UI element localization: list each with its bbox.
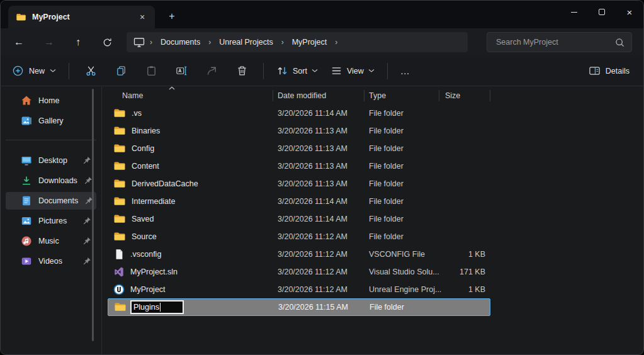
column-header-name[interactable]: Name: [108, 87, 273, 104]
new-button-label: New: [29, 67, 45, 76]
unreal-engine-icon: [113, 284, 125, 295]
file-row[interactable]: DerivedDataCache3/20/2026 11:13 AMFile f…: [108, 175, 490, 193]
view-lines-icon: [330, 65, 342, 77]
sidebar-item-gallery[interactable]: Gallery: [6, 112, 96, 130]
file-row[interactable]: Config3/20/2026 11:13 AMFile folder: [108, 140, 490, 157]
column-headers: Name Date modified Type Size: [108, 87, 490, 104]
file-row[interactable]: MyProject.sln3/20/2026 11:12 AMVisual St…: [108, 263, 490, 281]
rename-button[interactable]: [169, 60, 194, 82]
column-header-date-modified[interactable]: Date modified: [273, 87, 364, 104]
sidebar-item-home[interactable]: Home: [6, 92, 96, 110]
file-row[interactable]: Intermediate3/20/2026 11:14 AMFile folde…: [108, 193, 490, 210]
file-row[interactable]: Source3/20/2026 11:12 AMFile folder: [108, 228, 490, 245]
breadcrumb-item-unreal-projects[interactable]: Unreal Projects: [215, 36, 276, 48]
close-button[interactable]: ×: [616, 1, 643, 23]
up-button[interactable]: ↑: [67, 33, 89, 52]
sidebar-item-desktop[interactable]: Desktop: [6, 152, 96, 169]
file-list-area: Name Date modified Type Size .vs3/20/202…: [102, 87, 643, 355]
column-header-size[interactable]: Size: [439, 87, 490, 104]
maximize-button[interactable]: [588, 1, 616, 23]
desktop-icon: [21, 155, 32, 166]
file-type: File folder: [364, 179, 439, 188]
file-explorer-window: MyProject × + × ← → ↑ ›Documents›Unreal …: [0, 0, 644, 355]
sidebar-item-videos[interactable]: Videos: [6, 252, 96, 270]
breadcrumb[interactable]: ›Documents›Unreal Projects›MyProject›: [127, 32, 468, 52]
sidebar-item-downloads[interactable]: Downloads: [6, 172, 96, 189]
file-size: 1 KB: [439, 250, 490, 259]
file-row[interactable]: .vsconfig3/20/2026 11:12 AMVSCONFIG File…: [108, 245, 490, 263]
forward-button[interactable]: →: [38, 33, 60, 52]
details-button[interactable]: Details: [581, 60, 637, 82]
sidebar-item-label: Pictures: [38, 217, 76, 225]
chevron-down-icon: [312, 69, 318, 73]
file-icon: [113, 249, 125, 260]
pin-icon: [82, 217, 91, 225]
chevron-down-icon: [368, 69, 375, 73]
file-date: 3/20/2026 11:14 AM: [273, 215, 364, 223]
file-row[interactable]: .vs3/20/2026 11:14 AMFile folder: [108, 104, 490, 122]
titlebar: MyProject × + ×: [1, 1, 643, 28]
file-type: File folder: [365, 303, 440, 312]
copy-icon: [115, 65, 127, 77]
sort-button[interactable]: Sort: [270, 60, 324, 82]
sidebar-item-music[interactable]: Music: [6, 232, 96, 250]
tab-title: MyProject: [32, 13, 135, 21]
documents-icon: [21, 195, 32, 206]
breadcrumb-chevron-icon: ›: [277, 38, 288, 47]
sidebar-item-documents[interactable]: Documents: [6, 192, 96, 210]
trash-icon: [236, 65, 248, 77]
delete-button[interactable]: [229, 60, 254, 82]
column-header-type-label: Type: [369, 91, 386, 100]
refresh-button[interactable]: [96, 33, 118, 52]
home-icon: [21, 95, 32, 106]
file-date: 3/20/2026 11:13 AM: [273, 127, 364, 135]
folder-icon: [113, 230, 126, 243]
minimize-icon: [571, 12, 577, 13]
plus-circle-icon: [12, 65, 24, 77]
file-date: 3/20/2026 11:13 AM: [273, 179, 364, 188]
tab-close-icon[interactable]: ×: [135, 9, 150, 25]
breadcrumb-item-myproject[interactable]: MyProject: [288, 36, 331, 48]
breadcrumb-item-documents[interactable]: Documents: [157, 36, 204, 48]
new-button[interactable]: New: [6, 60, 62, 82]
sidebar-item-label: Desktop: [38, 156, 76, 165]
breadcrumb-chevron-icon: ›: [145, 38, 157, 47]
sidebar-item-label: Music: [38, 237, 76, 245]
file-date: 3/20/2026 11:12 AM: [273, 232, 364, 241]
search-input[interactable]: Search MyProject: [487, 32, 632, 52]
share-button[interactable]: [199, 60, 224, 82]
file-name: MyProject.sln: [130, 268, 178, 276]
sidebar-item-label: Documents: [38, 196, 78, 205]
sidebar: HomeGalleryDesktopDownloadsDocumentsPict…: [1, 87, 101, 355]
back-button[interactable]: ←: [8, 33, 30, 52]
paste-button[interactable]: [138, 60, 164, 82]
view-button[interactable]: View: [324, 60, 381, 82]
file-name: .vs: [132, 109, 142, 118]
file-type: File folder: [364, 109, 439, 118]
file-row[interactable]: Binaries3/20/2026 11:13 AMFile folder: [108, 122, 490, 140]
toolbar-divider: [387, 63, 388, 79]
file-row-editing[interactable]: Plugins3/20/2026 11:15 AMFile folder: [108, 298, 490, 316]
see-more-button[interactable]: …: [394, 60, 417, 82]
file-type: File folder: [364, 162, 439, 171]
file-date: 3/20/2026 11:14 AM: [273, 109, 364, 118]
file-size: 171 KB: [439, 268, 490, 276]
column-separator[interactable]: [490, 90, 490, 101]
file-date: 3/20/2026 11:12 AM: [273, 250, 364, 259]
sidebar-scrollbar[interactable]: [92, 89, 94, 341]
file-row[interactable]: MyProject3/20/2026 11:12 AMUnreal Engine…: [108, 281, 490, 298]
column-header-type[interactable]: Type: [364, 87, 439, 104]
pin-icon: [82, 156, 91, 165]
cut-button[interactable]: [78, 60, 103, 82]
column-header-date-label: Date modified: [278, 91, 326, 100]
file-row[interactable]: Content3/20/2026 11:13 AMFile folder: [108, 157, 490, 175]
minimize-button[interactable]: [560, 1, 588, 23]
share-icon: [206, 65, 218, 77]
copy-button[interactable]: [108, 60, 133, 82]
explorer-tab[interactable]: MyProject ×: [8, 6, 155, 28]
file-size: 1 KB: [439, 285, 490, 294]
new-tab-button[interactable]: +: [163, 8, 181, 25]
rename-input[interactable]: Plugins: [130, 300, 184, 314]
file-row[interactable]: Saved3/20/2026 11:14 AMFile folder: [108, 210, 490, 228]
sidebar-item-pictures[interactable]: Pictures: [6, 212, 96, 230]
